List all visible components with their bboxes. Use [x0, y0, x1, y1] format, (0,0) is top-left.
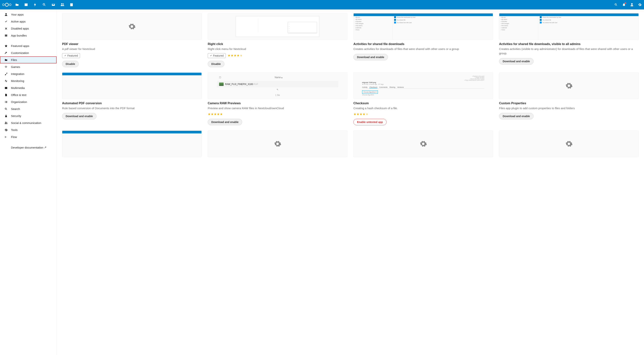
sidebar-item-label: Developer documentation [11, 146, 43, 149]
sidebar-item-label: Files [11, 58, 17, 62]
app-thumbnail[interactable] [62, 13, 202, 40]
app-thumbnail[interactable] [499, 72, 639, 99]
sidebar-item-label: Multimedia [11, 86, 25, 90]
app-action-button[interactable]: Disable [208, 61, 224, 67]
sidebar-item-multimedia[interactable]: Multimedia [0, 84, 56, 92]
sidebar-item-label: Security [11, 114, 21, 118]
app-thumbnail[interactable] [208, 130, 347, 157]
app-card-auto-pdf: Automated PDF conversionRule based conve… [62, 72, 202, 126]
header-search-icon[interactable] [614, 3, 618, 6]
app-card-pdf-viewer: PDF viewerA pdf viewer for NextcloudFeat… [62, 13, 202, 67]
app-title: Automated PDF conversion [62, 102, 202, 105]
app-action-button[interactable]: Download and enable [62, 113, 96, 120]
games-icon [4, 66, 8, 68]
nav-talk-icon[interactable] [42, 3, 46, 6]
app-action-button[interactable]: Enable untested app [354, 119, 386, 125]
app-thumbnail[interactable]: ☐Name ▴RAW_FUJI_FINEPIX_X100.RAF↖1 file [208, 72, 347, 99]
app-action-button[interactable]: Download and enable [499, 113, 534, 120]
x-icon [4, 27, 8, 30]
app-action-button[interactable]: Download and enable [208, 119, 242, 125]
app-description: Files app plugin to add custom propertie… [499, 106, 639, 110]
doc-icon [4, 94, 8, 96]
app-card-custom-props: Custom PropertiesFiles app plugin to add… [499, 72, 639, 126]
app-thumbnail[interactable] [354, 130, 493, 157]
app-title: Activities for shared file downloads [354, 42, 493, 46]
sidebar-item-flow[interactable]: Flow [0, 134, 56, 140]
folder-icon [4, 58, 8, 62]
sidebar-item-dev-docs[interactable]: Developer documentation ↗ [0, 144, 56, 151]
sidebar-item-disabled-apps[interactable]: Disabled apps [0, 25, 56, 32]
sidebar-item-active-apps[interactable]: Active apps [0, 18, 56, 25]
sidebar-item-label: Customization [11, 51, 29, 54]
sidebar-item-label: Search [11, 107, 20, 110]
user-icon [4, 13, 8, 16]
app-thumbnail[interactable]: • Replace entry point• Delete old files•… [354, 72, 493, 99]
sidebar-item-app-bundles[interactable]: App bundles [0, 32, 56, 39]
app-card-row3-2 [208, 130, 347, 157]
sidebar-item-label: Disabled apps [11, 27, 29, 30]
sidebar-item-your-apps[interactable]: Your apps [0, 11, 56, 18]
sidebar-item-label: Featured apps [11, 44, 29, 48]
sidebar-item-label: Games [11, 65, 20, 68]
sidebar-item-label: Integration [11, 72, 24, 76]
header-contacts-icon[interactable] [630, 3, 634, 6]
rating-stars: ★★★★★ [354, 112, 368, 116]
featured-badge: Featured [62, 53, 80, 58]
app-thumbnail[interactable] [62, 130, 202, 157]
sidebar-item-social-comm[interactable]: Social & communication [0, 120, 56, 126]
app-thumbnail[interactable] [499, 130, 639, 157]
app-action-button[interactable]: Download and enable [499, 58, 534, 64]
sidebar-item-label: Tools [11, 128, 18, 132]
app-card-row3-1 [62, 130, 202, 157]
header-right [614, 3, 642, 6]
app-description: Creating a hash checksum of a file. [354, 106, 493, 110]
wrench-icon [4, 52, 8, 54]
app-action-button[interactable]: Disable [62, 61, 79, 67]
sidebar-item-games[interactable]: Games [0, 64, 56, 70]
check-icon [4, 20, 8, 23]
star-icon [4, 44, 8, 48]
sidebar-item-label: Your apps [11, 13, 24, 16]
sidebar-item-monitoring[interactable]: Monitoring [0, 78, 56, 84]
sidebar-item-label: Social & communication [11, 121, 41, 124]
sidebar-item-integration[interactable]: Integration [0, 70, 56, 78]
app-title: Right click [208, 42, 347, 46]
sidebar-item-label: Monitoring [11, 79, 24, 82]
app-grid-container: PDF viewerA pdf viewer for NextcloudFeat… [57, 10, 644, 355]
image-icon [4, 86, 8, 90]
nav-app-icons [15, 3, 74, 6]
sidebar-item-label: Flow [11, 135, 17, 138]
sidebar-item-organization[interactable]: Organization [0, 98, 56, 106]
app-title: Activities for shared file downloads, vi… [499, 42, 639, 46]
nav-mail-icon[interactable] [52, 3, 55, 6]
app-thumbnail[interactable] [62, 72, 202, 99]
app-thumbnail[interactable]: • All activities• By you• By others• Fav… [499, 13, 639, 40]
app-action-button[interactable]: Download and enable [354, 54, 388, 60]
sidebar-item-files[interactable]: Files [0, 56, 56, 64]
sidebar-item-security[interactable]: Security [0, 112, 56, 120]
app-description: Creates activities for downloads of file… [354, 47, 493, 51]
header-notifications-icon[interactable] [622, 3, 626, 6]
sidebar-item-tools[interactable]: Tools [0, 126, 56, 134]
sidebar-item-label: Office & text [11, 93, 26, 96]
app-title: Camera RAW Previews [208, 102, 347, 105]
sidebar-item-office-text[interactable]: Office & text [0, 92, 56, 98]
nav-photos-icon[interactable] [24, 3, 28, 6]
group-icon [4, 122, 8, 124]
flow-icon [4, 136, 8, 138]
app-thumbnail[interactable]: ············ [208, 13, 347, 40]
nav-contacts-icon[interactable] [60, 3, 64, 6]
sidebar-item-search[interactable]: Search [0, 106, 56, 112]
sidebar-item-customization[interactable]: Customization [0, 50, 56, 56]
sidebar-item-featured-apps[interactable]: Featured apps [0, 42, 56, 50]
nav-calendar-icon[interactable] [70, 3, 74, 6]
logo[interactable] [2, 3, 11, 6]
header-settings-icon[interactable] [638, 3, 642, 6]
app-thumbnail[interactable]: • All activities• By you• By others• Fav… [354, 13, 493, 40]
app-title: PDF viewer [62, 42, 202, 46]
list-icon [4, 100, 8, 104]
app-card-right-click: ············Right clickRight click menu … [208, 13, 347, 67]
app-card-row3-3 [354, 130, 493, 157]
nav-files-icon[interactable] [15, 3, 19, 6]
nav-activity-icon[interactable] [33, 3, 37, 6]
